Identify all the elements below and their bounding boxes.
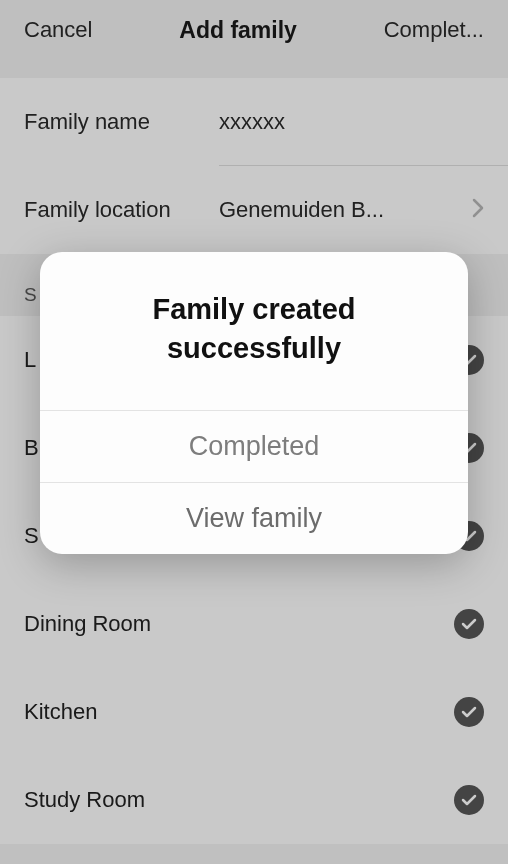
success-alert: Family created successfully Completed Vi… [40, 252, 468, 554]
view-family-button[interactable]: View family [40, 482, 468, 554]
alert-title-line2: successfully [167, 332, 341, 364]
alert-title: Family created successfully [40, 252, 468, 410]
completed-button[interactable]: Completed [40, 410, 468, 482]
alert-title-line1: Family created [152, 293, 355, 325]
screen: Cancel Add family Complet... Family name… [0, 0, 508, 864]
